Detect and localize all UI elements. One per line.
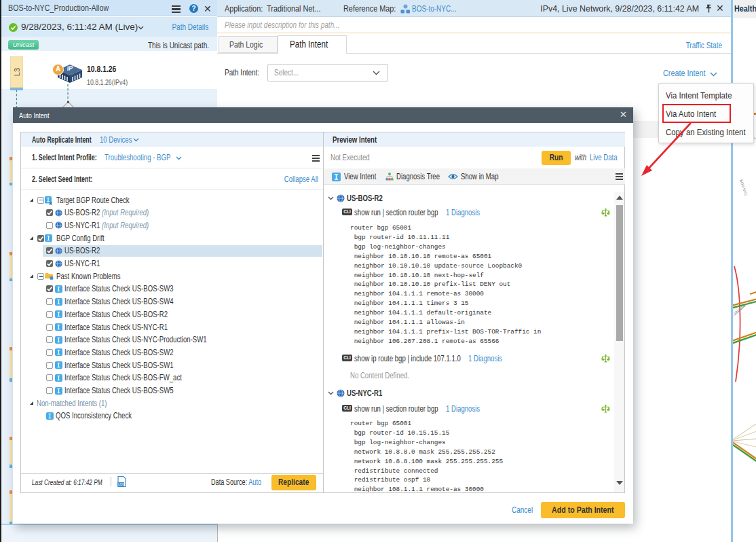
- svg-text:BOS-NYC: BOS-NYC: [739, 179, 748, 196]
- svg-text:IP: IP: [67, 65, 73, 72]
- svg-text:LOG: LOG: [118, 483, 125, 486]
